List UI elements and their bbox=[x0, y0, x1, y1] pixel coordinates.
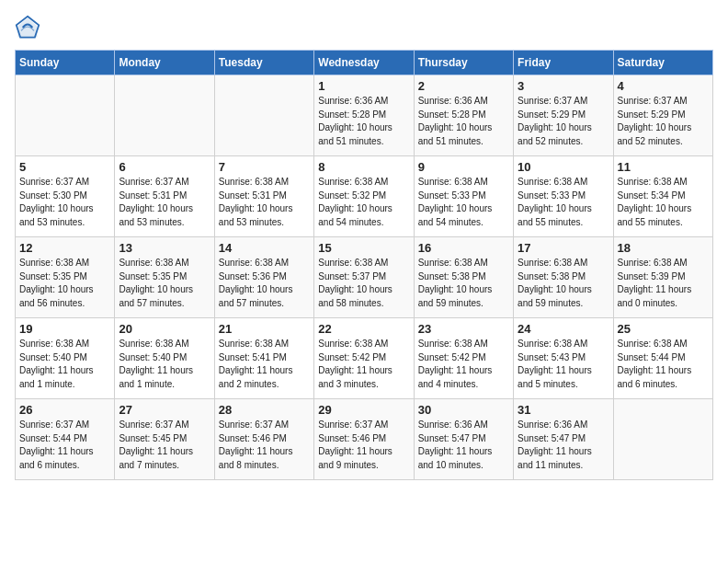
day-number: 22 bbox=[318, 322, 409, 336]
cell-info: Sunrise: 6:36 AM Sunset: 5:28 PM Dayligh… bbox=[318, 95, 409, 148]
calendar-cell: 27Sunrise: 6:37 AM Sunset: 5:45 PM Dayli… bbox=[115, 399, 214, 480]
calendar-cell: 3Sunrise: 6:37 AM Sunset: 5:29 PM Daylig… bbox=[514, 75, 613, 156]
cell-info: Sunrise: 6:38 AM Sunset: 5:33 PM Dayligh… bbox=[518, 176, 609, 229]
calendar-cell: 23Sunrise: 6:38 AM Sunset: 5:42 PM Dayli… bbox=[414, 318, 513, 399]
cell-info: Sunrise: 6:38 AM Sunset: 5:43 PM Dayligh… bbox=[518, 338, 609, 391]
cell-info: Sunrise: 6:36 AM Sunset: 5:47 PM Dayligh… bbox=[518, 419, 609, 472]
day-number: 18 bbox=[618, 241, 709, 255]
calendar-cell: 1Sunrise: 6:36 AM Sunset: 5:28 PM Daylig… bbox=[314, 75, 414, 156]
calendar-cell: 4Sunrise: 6:37 AM Sunset: 5:29 PM Daylig… bbox=[613, 75, 712, 156]
calendar-cell: 24Sunrise: 6:38 AM Sunset: 5:43 PM Dayli… bbox=[514, 318, 613, 399]
header-cell-friday: Friday bbox=[514, 51, 613, 75]
cell-info: Sunrise: 6:38 AM Sunset: 5:36 PM Dayligh… bbox=[219, 257, 310, 310]
week-row-2: 5Sunrise: 6:37 AM Sunset: 5:30 PM Daylig… bbox=[16, 156, 713, 237]
week-row-5: 26Sunrise: 6:37 AM Sunset: 5:44 PM Dayli… bbox=[16, 399, 713, 480]
calendar-cell: 17Sunrise: 6:38 AM Sunset: 5:38 PM Dayli… bbox=[514, 237, 613, 318]
cell-info: Sunrise: 6:38 AM Sunset: 5:31 PM Dayligh… bbox=[219, 176, 310, 229]
day-number: 27 bbox=[119, 403, 210, 417]
day-number: 30 bbox=[418, 403, 509, 417]
cell-info: Sunrise: 6:38 AM Sunset: 5:42 PM Dayligh… bbox=[418, 338, 509, 391]
cell-info: Sunrise: 6:38 AM Sunset: 5:44 PM Dayligh… bbox=[618, 338, 709, 391]
calendar-cell: 18Sunrise: 6:38 AM Sunset: 5:39 PM Dayli… bbox=[613, 237, 712, 318]
calendar-cell: 9Sunrise: 6:38 AM Sunset: 5:33 PM Daylig… bbox=[414, 156, 513, 237]
cell-info: Sunrise: 6:37 AM Sunset: 5:29 PM Dayligh… bbox=[518, 95, 609, 148]
day-number: 1 bbox=[318, 79, 409, 93]
calendar-cell bbox=[115, 75, 214, 156]
day-number: 12 bbox=[19, 241, 110, 255]
day-number: 17 bbox=[518, 241, 609, 255]
day-number: 21 bbox=[219, 322, 310, 336]
calendar-cell: 13Sunrise: 6:38 AM Sunset: 5:35 PM Dayli… bbox=[115, 237, 214, 318]
day-number: 7 bbox=[219, 160, 310, 174]
calendar-cell: 16Sunrise: 6:38 AM Sunset: 5:38 PM Dayli… bbox=[414, 237, 513, 318]
day-number: 26 bbox=[19, 403, 110, 417]
cell-info: Sunrise: 6:37 AM Sunset: 5:46 PM Dayligh… bbox=[219, 419, 310, 472]
cell-info: Sunrise: 6:36 AM Sunset: 5:47 PM Dayligh… bbox=[418, 419, 509, 472]
cell-info: Sunrise: 6:38 AM Sunset: 5:34 PM Dayligh… bbox=[618, 176, 709, 229]
week-row-1: 1Sunrise: 6:36 AM Sunset: 5:28 PM Daylig… bbox=[16, 75, 713, 156]
calendar-cell: 2Sunrise: 6:36 AM Sunset: 5:28 PM Daylig… bbox=[414, 75, 513, 156]
cell-info: Sunrise: 6:38 AM Sunset: 5:35 PM Dayligh… bbox=[19, 257, 110, 310]
calendar-cell bbox=[214, 75, 313, 156]
day-number: 13 bbox=[119, 241, 210, 255]
day-number: 6 bbox=[119, 160, 210, 174]
cell-info: Sunrise: 6:38 AM Sunset: 5:41 PM Dayligh… bbox=[219, 338, 310, 391]
day-number: 9 bbox=[418, 160, 509, 174]
logo-icon bbox=[15, 15, 40, 40]
cell-info: Sunrise: 6:38 AM Sunset: 5:38 PM Dayligh… bbox=[518, 257, 609, 310]
cell-info: Sunrise: 6:37 AM Sunset: 5:31 PM Dayligh… bbox=[119, 176, 210, 229]
day-number: 14 bbox=[219, 241, 310, 255]
calendar-cell: 12Sunrise: 6:38 AM Sunset: 5:35 PM Dayli… bbox=[16, 237, 115, 318]
page-header bbox=[15, 15, 713, 40]
cell-info: Sunrise: 6:38 AM Sunset: 5:40 PM Dayligh… bbox=[19, 338, 110, 391]
day-number: 3 bbox=[518, 79, 609, 93]
calendar-cell: 28Sunrise: 6:37 AM Sunset: 5:46 PM Dayli… bbox=[214, 399, 313, 480]
calendar-cell: 8Sunrise: 6:38 AM Sunset: 5:32 PM Daylig… bbox=[314, 156, 414, 237]
calendar-cell: 29Sunrise: 6:37 AM Sunset: 5:46 PM Dayli… bbox=[314, 399, 414, 480]
day-number: 24 bbox=[518, 322, 609, 336]
cell-info: Sunrise: 6:38 AM Sunset: 5:32 PM Dayligh… bbox=[318, 176, 409, 229]
day-number: 2 bbox=[418, 79, 509, 93]
header-cell-sunday: Sunday bbox=[16, 51, 115, 75]
calendar-cell: 22Sunrise: 6:38 AM Sunset: 5:42 PM Dayli… bbox=[314, 318, 414, 399]
calendar-cell: 30Sunrise: 6:36 AM Sunset: 5:47 PM Dayli… bbox=[414, 399, 513, 480]
calendar-cell: 19Sunrise: 6:38 AM Sunset: 5:40 PM Dayli… bbox=[16, 318, 115, 399]
calendar-cell: 25Sunrise: 6:38 AM Sunset: 5:44 PM Dayli… bbox=[613, 318, 712, 399]
week-row-4: 19Sunrise: 6:38 AM Sunset: 5:40 PM Dayli… bbox=[16, 318, 713, 399]
header-cell-tuesday: Tuesday bbox=[214, 51, 313, 75]
day-number: 5 bbox=[19, 160, 110, 174]
calendar-cell: 6Sunrise: 6:37 AM Sunset: 5:31 PM Daylig… bbox=[115, 156, 214, 237]
calendar-cell bbox=[613, 399, 712, 480]
cell-info: Sunrise: 6:37 AM Sunset: 5:44 PM Dayligh… bbox=[19, 419, 110, 472]
calendar-cell: 15Sunrise: 6:38 AM Sunset: 5:37 PM Dayli… bbox=[314, 237, 414, 318]
header-cell-saturday: Saturday bbox=[613, 51, 712, 75]
cell-info: Sunrise: 6:37 AM Sunset: 5:29 PM Dayligh… bbox=[618, 95, 709, 148]
calendar-cell: 10Sunrise: 6:38 AM Sunset: 5:33 PM Dayli… bbox=[514, 156, 613, 237]
calendar-header: SundayMondayTuesdayWednesdayThursdayFrid… bbox=[16, 51, 713, 75]
cell-info: Sunrise: 6:38 AM Sunset: 5:35 PM Dayligh… bbox=[119, 257, 210, 310]
day-number: 25 bbox=[618, 322, 709, 336]
calendar-cell: 26Sunrise: 6:37 AM Sunset: 5:44 PM Dayli… bbox=[16, 399, 115, 480]
day-number: 8 bbox=[318, 160, 409, 174]
calendar-table: SundayMondayTuesdayWednesdayThursdayFrid… bbox=[15, 50, 713, 480]
cell-info: Sunrise: 6:38 AM Sunset: 5:33 PM Dayligh… bbox=[418, 176, 509, 229]
cell-info: Sunrise: 6:37 AM Sunset: 5:45 PM Dayligh… bbox=[119, 419, 210, 472]
calendar-cell bbox=[16, 75, 115, 156]
day-number: 19 bbox=[19, 322, 110, 336]
cell-info: Sunrise: 6:37 AM Sunset: 5:30 PM Dayligh… bbox=[19, 176, 110, 229]
cell-info: Sunrise: 6:36 AM Sunset: 5:28 PM Dayligh… bbox=[418, 95, 509, 148]
header-row: SundayMondayTuesdayWednesdayThursdayFrid… bbox=[16, 51, 713, 75]
logo bbox=[15, 15, 44, 40]
cell-info: Sunrise: 6:38 AM Sunset: 5:38 PM Dayligh… bbox=[418, 257, 509, 310]
day-number: 15 bbox=[318, 241, 409, 255]
calendar-cell: 5Sunrise: 6:37 AM Sunset: 5:30 PM Daylig… bbox=[16, 156, 115, 237]
day-number: 11 bbox=[618, 160, 709, 174]
cell-info: Sunrise: 6:38 AM Sunset: 5:37 PM Dayligh… bbox=[318, 257, 409, 310]
day-number: 29 bbox=[318, 403, 409, 417]
cell-info: Sunrise: 6:38 AM Sunset: 5:40 PM Dayligh… bbox=[119, 338, 210, 391]
cell-info: Sunrise: 6:38 AM Sunset: 5:39 PM Dayligh… bbox=[618, 257, 709, 310]
day-number: 28 bbox=[219, 403, 310, 417]
day-number: 4 bbox=[618, 79, 709, 93]
header-cell-thursday: Thursday bbox=[414, 51, 513, 75]
cell-info: Sunrise: 6:38 AM Sunset: 5:42 PM Dayligh… bbox=[318, 338, 409, 391]
